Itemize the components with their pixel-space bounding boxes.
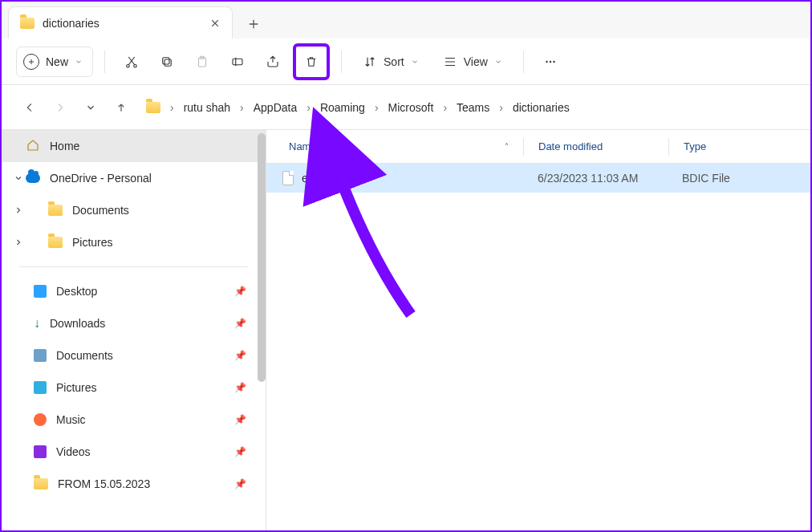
recent-locations-button[interactable] xyxy=(77,94,104,121)
tab-close-button[interactable] xyxy=(209,18,221,29)
chevron-right-icon[interactable] xyxy=(13,237,24,248)
view-label: View xyxy=(464,55,488,68)
view-button[interactable]: View xyxy=(433,47,512,77)
view-icon xyxy=(443,55,457,69)
breadcrumb-item[interactable]: Teams xyxy=(452,98,494,117)
svg-rect-2 xyxy=(164,59,171,66)
breadcrumb-item[interactable]: Roaming xyxy=(315,98,370,117)
tab-title: dictionaries xyxy=(43,17,201,30)
sort-ascending-icon: ˄ xyxy=(505,142,509,151)
desktop-icon xyxy=(34,285,47,298)
file-row[interactable]: en-US.bdic 6/23/2023 11:03 AM BDIC File xyxy=(266,164,810,193)
sidebar-item-label: Desktop xyxy=(56,285,97,298)
svg-rect-3 xyxy=(163,57,169,63)
svg-point-8 xyxy=(550,60,551,62)
pin-icon: 📌 xyxy=(234,414,246,425)
sidebar-item-onedrive[interactable]: OneDrive - Personal xyxy=(2,162,266,194)
svg-point-9 xyxy=(553,60,554,62)
folder-icon xyxy=(146,102,160,113)
delete-button[interactable] xyxy=(296,47,327,77)
sidebar-item-home[interactable]: Home xyxy=(2,130,266,162)
pin-icon: 📌 xyxy=(234,382,246,393)
sidebar-item-label: Music xyxy=(56,413,86,426)
file-date: 6/23/2023 11:03 AM xyxy=(523,172,668,185)
onedrive-icon xyxy=(26,173,40,183)
music-icon xyxy=(34,413,47,426)
file-icon xyxy=(282,171,294,185)
chevron-right-icon: › xyxy=(499,101,503,114)
navigation-pane: Home OneDrive - Personal Documents xyxy=(2,130,266,530)
breadcrumb-item[interactable]: AppData xyxy=(249,98,302,117)
copy-button[interactable] xyxy=(152,47,182,77)
new-tab-button[interactable] xyxy=(239,10,268,39)
scrollbar-thumb[interactable] xyxy=(258,133,266,382)
svg-point-0 xyxy=(127,64,129,67)
separator xyxy=(19,266,248,267)
separator xyxy=(341,51,342,73)
sidebar-item-label: OneDrive - Personal xyxy=(50,172,152,185)
breadcrumb-item[interactable]: Microsoft xyxy=(384,98,439,117)
pictures-icon xyxy=(34,381,47,394)
file-type: BDIC File xyxy=(668,172,810,185)
chevron-right-icon[interactable] xyxy=(13,205,24,216)
sidebar-item-downloads[interactable]: ↓ Downloads 📌 xyxy=(2,307,266,339)
sidebar-item-label: Home xyxy=(50,140,79,152)
svg-point-1 xyxy=(134,64,136,67)
sidebar-item-onedrive-documents[interactable]: Documents xyxy=(2,194,266,226)
sidebar-item-label: Videos xyxy=(56,445,91,458)
pin-icon: 📌 xyxy=(234,446,246,457)
cut-button[interactable] xyxy=(116,47,147,77)
file-name: en-US.bdic xyxy=(302,172,357,185)
back-button[interactable] xyxy=(16,94,43,121)
separator xyxy=(104,51,105,73)
new-button[interactable]: New xyxy=(16,47,93,77)
folder-icon xyxy=(20,18,35,29)
column-header-date[interactable]: Date modified xyxy=(524,140,668,152)
column-label: Type xyxy=(684,140,706,152)
up-button[interactable] xyxy=(108,94,135,121)
chevron-right-icon: › xyxy=(170,101,174,114)
plus-circle-icon xyxy=(23,54,39,70)
sidebar-item-documents[interactable]: Documents 📌 xyxy=(2,339,266,372)
sort-button[interactable]: Sort xyxy=(353,47,428,77)
pin-icon: 📌 xyxy=(234,478,246,489)
toolbar: New Sort View xyxy=(2,39,810,85)
column-header-name[interactable]: Name ˄ xyxy=(266,140,523,152)
rename-button[interactable] xyxy=(222,47,253,77)
sidebar-item-music[interactable]: Music 📌 xyxy=(2,404,266,436)
breadcrumb[interactable]: › rutu shah › AppData › Roaming › Micros… xyxy=(146,98,574,117)
share-button[interactable] xyxy=(258,47,288,77)
breadcrumb-item[interactable]: dictionaries xyxy=(508,98,574,117)
body: Home OneDrive - Personal Documents xyxy=(2,130,810,530)
videos-icon xyxy=(34,445,47,458)
ellipsis-icon xyxy=(543,55,558,69)
pin-icon: 📌 xyxy=(234,318,246,329)
downloads-icon: ↓ xyxy=(34,317,40,330)
chevron-right-icon: › xyxy=(375,101,379,114)
breadcrumb-item[interactable]: rutu shah xyxy=(179,98,235,117)
chevron-right-icon: › xyxy=(307,101,311,114)
column-label: Name xyxy=(289,140,317,152)
svg-point-7 xyxy=(546,60,547,62)
address-bar: › rutu shah › AppData › Roaming › Micros… xyxy=(2,85,810,130)
tab-strip: dictionaries xyxy=(2,2,810,39)
sidebar-item-onedrive-pictures[interactable]: Pictures xyxy=(2,226,266,258)
sidebar-item-videos[interactable]: Videos 📌 xyxy=(2,436,266,468)
pin-icon: 📌 xyxy=(234,286,246,297)
documents-icon xyxy=(34,349,47,362)
folder-icon xyxy=(48,237,63,248)
sidebar-item-pictures[interactable]: Pictures 📌 xyxy=(2,372,266,404)
column-headers: Name ˄ Date modified Type xyxy=(266,130,810,164)
sort-label: Sort xyxy=(384,55,404,68)
tab-dictionaries[interactable]: dictionaries xyxy=(8,6,233,39)
pin-icon: 📌 xyxy=(234,350,246,361)
sidebar-item-label: Documents xyxy=(72,204,129,217)
chevron-down-icon[interactable] xyxy=(13,173,24,184)
sidebar-item-label: Pictures xyxy=(72,236,113,249)
sidebar-item-from-folder[interactable]: FROM 15.05.2023 📌 xyxy=(2,468,266,500)
sidebar-item-label: Downloads xyxy=(50,317,105,330)
column-header-type[interactable]: Type xyxy=(669,140,810,152)
sidebar-item-label: Pictures xyxy=(56,381,97,394)
sidebar-item-desktop[interactable]: Desktop 📌 xyxy=(2,275,266,307)
more-button[interactable] xyxy=(535,47,566,77)
